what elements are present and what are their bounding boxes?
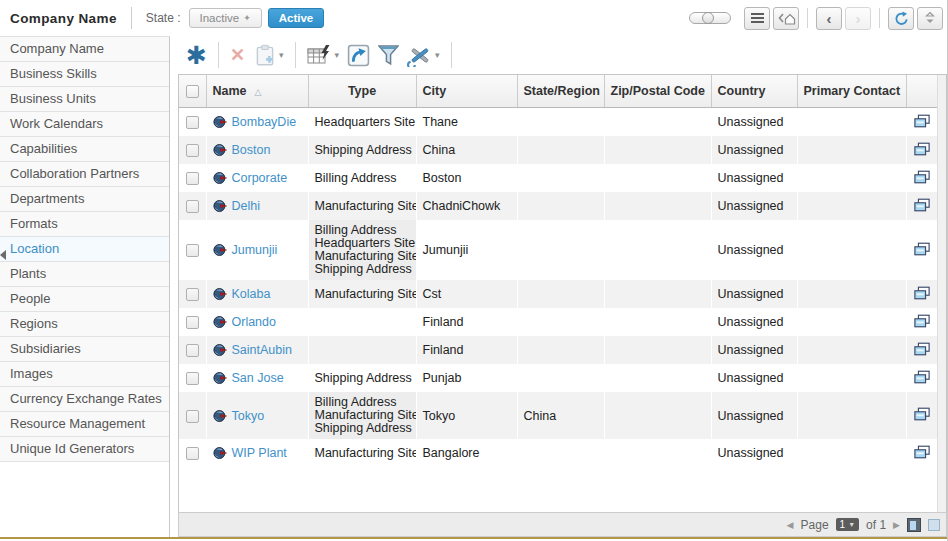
row-checkbox[interactable] (186, 372, 199, 385)
row-checkbox[interactable] (186, 288, 199, 301)
menu-button[interactable] (744, 7, 770, 30)
inactive-state-button[interactable]: Inactive ✦ (189, 8, 262, 28)
page-select[interactable]: 1 ▼ (836, 518, 860, 531)
print-icon[interactable] (914, 198, 930, 212)
location-name-link[interactable]: Jumunjii (232, 243, 278, 257)
sidebar-item-collaboration-partners[interactable]: Collaboration Partners (0, 162, 169, 187)
state-region-cell (517, 364, 604, 392)
sidebar-item-formats[interactable]: Formats (0, 212, 169, 237)
row-checkbox[interactable] (186, 344, 199, 357)
sidebar-item-resource-management[interactable]: Resource Management (0, 412, 169, 437)
row-select-cell (179, 192, 206, 220)
print-icon[interactable] (914, 407, 930, 421)
mass-update-button[interactable]: ▾ (307, 44, 340, 67)
select-all-checkbox[interactable] (186, 85, 199, 98)
row-checkbox[interactable] (186, 244, 199, 257)
location-name-link[interactable]: Corporate (232, 171, 288, 185)
settings-tools-button[interactable]: ▾ (407, 44, 440, 67)
sidebar-item-work-calendars[interactable]: Work Calendars (0, 112, 169, 137)
follow-link-button[interactable] (347, 44, 370, 67)
sidebar-item-plants[interactable]: Plants (0, 262, 169, 287)
location-name-link[interactable]: Delhi (232, 199, 261, 213)
location-name-link[interactable]: Boston (232, 143, 271, 157)
delete-button[interactable]: ✕ (230, 46, 245, 64)
page-label: Page (801, 518, 829, 532)
column-header-name[interactable]: Name△ (206, 75, 308, 108)
print-icon[interactable] (914, 142, 930, 156)
location-name-link[interactable]: Tokyo (232, 409, 265, 423)
sidebar-item-company-name[interactable]: Company Name (0, 37, 169, 62)
print-icon[interactable] (914, 286, 930, 300)
location-name-link[interactable]: San Jose (232, 371, 284, 385)
column-header-primary-contact[interactable]: Primary Contact (797, 75, 906, 108)
print-icon[interactable] (914, 314, 930, 328)
sidebar-item-departments[interactable]: Departments (0, 187, 169, 212)
column-header-type[interactable]: Type (308, 75, 416, 108)
sidebar-item-business-units[interactable]: Business Units (0, 87, 169, 112)
print-icon[interactable] (914, 445, 930, 459)
table-row: KolabaManufacturing SiteCstUnassigned (179, 280, 937, 308)
sidebar-item-currency-exchange-rates[interactable]: Currency Exchange Rates (0, 387, 169, 412)
name-cell-content: Tokyo (213, 409, 302, 423)
paste-add-button[interactable]: ▾ (253, 43, 284, 67)
state-region-cell (517, 336, 604, 364)
next-page-icon[interactable]: ▶ (893, 520, 900, 530)
column-header-state-region[interactable]: State/Region (517, 75, 604, 108)
type-line: Shipping Address (315, 144, 410, 157)
sidebar-item-subsidiaries[interactable]: Subsidiaries (0, 337, 169, 362)
refresh-button[interactable] (888, 7, 914, 30)
sidebar-item-regions[interactable]: Regions (0, 312, 169, 337)
clipboard-add-icon (253, 43, 277, 67)
row-checkbox[interactable] (186, 200, 199, 213)
collapse-rows-button[interactable] (917, 7, 943, 30)
forward-button[interactable]: › (845, 7, 871, 30)
grid-view-alt-icon[interactable] (928, 519, 940, 531)
row-select-cell (179, 308, 206, 336)
grid-view-selected-icon[interactable] (907, 518, 921, 532)
back-button[interactable]: ‹ (816, 7, 842, 30)
vertical-scrollbar[interactable] (937, 75, 946, 512)
row-checkbox[interactable] (186, 447, 199, 460)
sidebar-item-capabilities[interactable]: Capabilities (0, 137, 169, 162)
print-icon[interactable] (914, 242, 930, 256)
sidebar-item-people[interactable]: People (0, 287, 169, 312)
sidebar-collapse-handle[interactable] (0, 250, 6, 260)
state-region-cell (517, 439, 604, 467)
row-checkbox[interactable] (186, 144, 199, 157)
row-checkbox[interactable] (186, 172, 199, 185)
sidebar-item-unique-id-generators[interactable]: Unique Id Generators (0, 437, 169, 462)
location-name-link[interactable]: SaintAubin (232, 343, 292, 357)
column-header-city[interactable]: City (416, 75, 517, 108)
prev-page-icon[interactable]: ◀ (787, 520, 794, 530)
row-select-cell (179, 336, 206, 364)
column-header-country[interactable]: Country (711, 75, 797, 108)
country-cell: Unassigned (711, 336, 797, 364)
row-checkbox[interactable] (186, 316, 199, 329)
location-name-link[interactable]: BombayDie (232, 115, 297, 129)
locations-grid: Name△ Type City State/Region Zip/Postal … (178, 74, 947, 512)
sidebar-item-business-skills[interactable]: Business Skills (0, 62, 169, 87)
grid-header-row: Name△ Type City State/Region Zip/Postal … (179, 75, 937, 108)
new-button[interactable]: ✱ (186, 43, 207, 68)
sidebar-item-location[interactable]: Location (0, 237, 169, 262)
active-state-button[interactable]: Active (268, 8, 325, 28)
row-checkbox[interactable] (186, 410, 199, 423)
print-icon[interactable] (914, 342, 930, 356)
print-icon[interactable] (914, 170, 930, 184)
slider-toggle[interactable] (689, 12, 731, 24)
type-cell: Manufacturing Site (308, 280, 416, 308)
name-cell-content: San Jose (213, 371, 302, 385)
home-back-button[interactable] (773, 7, 799, 30)
location-name-link[interactable]: Kolaba (232, 287, 271, 301)
table-row: WIP PlantManufacturing SiteBangaloreUnas… (179, 439, 937, 467)
column-header-zip-postal-code[interactable]: Zip/Postal Code (604, 75, 711, 108)
filter-button[interactable] (378, 44, 399, 67)
print-icon[interactable] (914, 114, 930, 128)
location-name-link[interactable]: WIP Plant (232, 446, 287, 460)
pagination-bar: ◀ Page 1 ▼ of 1 ▶ (178, 512, 947, 537)
print-icon[interactable] (914, 370, 930, 384)
row-checkbox[interactable] (186, 116, 199, 129)
refresh-icon (894, 11, 909, 26)
location-name-link[interactable]: Orlando (232, 315, 276, 329)
sidebar-item-images[interactable]: Images (0, 362, 169, 387)
